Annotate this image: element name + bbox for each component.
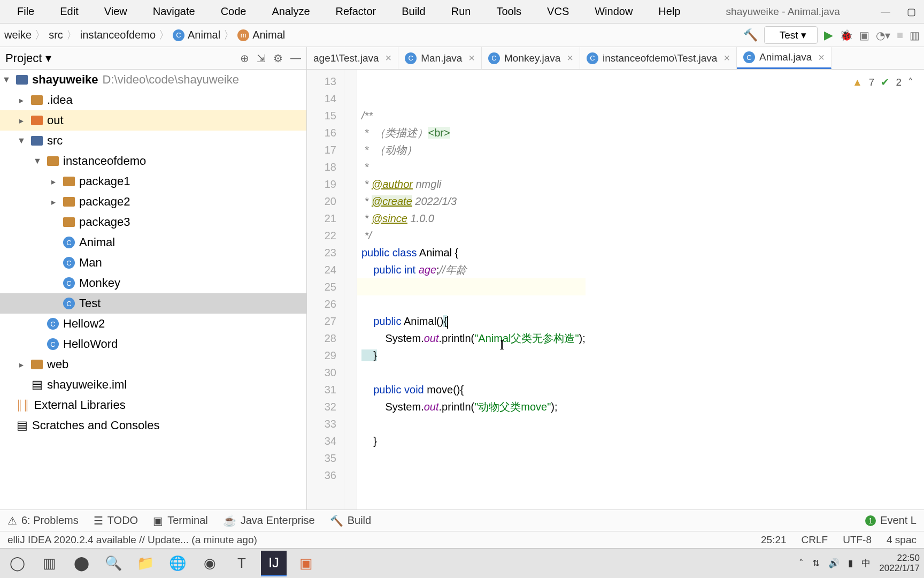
menu-analyze[interactable]: Analyze xyxy=(259,3,322,20)
menu-help[interactable]: Help xyxy=(645,3,693,20)
stop-button[interactable]: ■ xyxy=(897,29,903,41)
line-number[interactable]: 31 xyxy=(307,381,336,398)
menu-code[interactable]: Code xyxy=(208,3,259,20)
tab-monkey[interactable]: CMonkey.java× xyxy=(482,47,580,69)
start-button[interactable]: ◯ xyxy=(4,551,30,576)
breadcrumb-item[interactable]: instanceofdemo xyxy=(80,29,156,41)
indent-setting[interactable]: 4 spac xyxy=(887,534,917,546)
text-editor-icon[interactable]: T xyxy=(229,551,255,576)
line-number[interactable]: 30 xyxy=(307,364,336,381)
run-config-selector[interactable]: Test ▾ xyxy=(764,26,818,44)
magnifier-icon[interactable]: 🔍 xyxy=(101,551,126,576)
tree-node-idea[interactable]: ▸.idea xyxy=(0,90,306,110)
tree-node-test[interactable]: CTest xyxy=(0,293,306,314)
close-icon[interactable]: × xyxy=(466,52,475,64)
debug-button[interactable]: 🐞 xyxy=(840,29,853,42)
event-log-button[interactable]: Event L xyxy=(880,514,917,527)
tab-test2[interactable]: Cinstanceofdemo\Test.java× xyxy=(580,47,737,69)
tree-node-web[interactable]: ▸web xyxy=(0,354,306,375)
close-icon[interactable]: × xyxy=(816,51,825,64)
line-number[interactable]: 26 xyxy=(307,295,336,313)
project-structure-button[interactable]: ▥ xyxy=(910,29,920,42)
line-number[interactable]: 32 xyxy=(307,398,336,415)
tree-node-libs[interactable]: ║║External Libraries xyxy=(0,395,306,415)
line-number[interactable]: 13 xyxy=(307,73,336,90)
line-number[interactable]: 17 xyxy=(307,141,336,158)
menu-run[interactable]: Run xyxy=(438,3,484,20)
tree-node-package2[interactable]: ▸package2 xyxy=(0,192,306,212)
settings-icon[interactable]: ⚙ xyxy=(273,52,283,65)
menu-navigate[interactable]: Navigate xyxy=(140,3,208,20)
line-number[interactable]: 28 xyxy=(307,330,336,347)
problems-button[interactable]: ⚠6: Problems xyxy=(7,514,79,527)
todo-button[interactable]: ☰TODO xyxy=(94,514,138,527)
menu-file[interactable]: File xyxy=(4,3,47,20)
fold-column[interactable] xyxy=(344,70,357,509)
collapse-all-icon[interactable]: ⇲ xyxy=(257,52,266,65)
caret-position[interactable]: 25:21 xyxy=(761,534,787,546)
line-number[interactable]: 33 xyxy=(307,415,336,432)
task-view-button[interactable]: ▥ xyxy=(36,551,62,576)
menu-build[interactable]: Build xyxy=(389,3,438,20)
breadcrumb-item[interactable]: weike xyxy=(4,29,32,41)
tree-node-root[interactable]: ▼ shayuweike D:\video\code\shayuweike xyxy=(0,70,306,90)
java-ee-button[interactable]: ☕Java Enterprise xyxy=(223,514,315,527)
tree-node-package1[interactable]: ▸package1 xyxy=(0,171,306,192)
build-button[interactable]: 🔨 xyxy=(743,28,758,42)
network-icon[interactable]: ⇅ xyxy=(812,558,820,569)
menu-refactor[interactable]: Refactor xyxy=(323,3,389,20)
volume-icon[interactable]: 🔊 xyxy=(828,558,840,569)
menu-view[interactable]: View xyxy=(91,3,140,20)
project-title[interactable]: Project ▾ xyxy=(5,51,51,65)
line-number[interactable]: 24 xyxy=(307,261,336,278)
hide-icon[interactable]: — xyxy=(290,52,301,65)
tab-animal[interactable]: CAnimal.java× xyxy=(737,47,831,69)
project-tree[interactable]: ▼ shayuweike D:\video\code\shayuweike ▸.… xyxy=(0,70,306,509)
status-message[interactable]: elliJ IDEA 2020.2.4 available // Update.… xyxy=(7,534,257,546)
tree-node-src[interactable]: ▼src xyxy=(0,131,306,151)
tray-chevron-icon[interactable]: ˄ xyxy=(799,558,804,569)
tree-node-monkey[interactable]: CMonkey xyxy=(0,273,306,293)
tree-node-scratches[interactable]: ▤Scratches and Consoles xyxy=(0,415,306,436)
line-number[interactable]: 18 xyxy=(307,158,336,176)
breadcrumb-item[interactable]: src xyxy=(49,29,63,41)
line-number[interactable]: 21 xyxy=(307,210,336,227)
close-icon[interactable]: × xyxy=(565,52,573,64)
menu-window[interactable]: Window xyxy=(582,3,645,20)
menu-tools[interactable]: Tools xyxy=(483,3,534,20)
menu-edit[interactable]: Edit xyxy=(47,3,91,20)
close-icon[interactable]: × xyxy=(383,52,392,64)
build-button-bottom[interactable]: 🔨Build xyxy=(330,514,371,527)
line-number[interactable]: 36 xyxy=(307,467,336,484)
ime-indicator[interactable]: 中 xyxy=(861,557,871,569)
close-icon[interactable]: × xyxy=(721,52,730,64)
select-opened-file-icon[interactable]: ⊕ xyxy=(240,52,249,65)
line-number[interactable]: 15 xyxy=(307,107,336,124)
line-number[interactable]: 35 xyxy=(307,450,336,467)
tree-node-iml[interactable]: ▤shayuweike.iml xyxy=(0,375,306,395)
clock[interactable]: 22:50 2022/1/17 xyxy=(879,553,920,573)
chrome-icon[interactable]: ◉ xyxy=(197,551,222,576)
line-number[interactable]: 27 xyxy=(307,313,336,330)
line-number[interactable]: 20 xyxy=(307,193,336,210)
intellij-icon[interactable]: IJ xyxy=(261,551,287,576)
minimize-button[interactable]: — xyxy=(873,0,898,24)
menu-vcs[interactable]: VCS xyxy=(534,3,582,20)
breadcrumb-item[interactable]: mAnimal xyxy=(237,29,285,41)
line-number[interactable]: 16 xyxy=(307,124,336,141)
tree-node-helloword[interactable]: CHelloWord xyxy=(0,334,306,354)
code-content[interactable]: /** * （类描述）<br> * （动物） * * @author nmgli… xyxy=(357,70,586,509)
file-encoding[interactable]: UTF-8 xyxy=(843,534,872,546)
run-button[interactable]: ▶ xyxy=(824,28,833,42)
tree-node-package3[interactable]: package3 xyxy=(0,212,306,232)
battery-icon[interactable]: ▮ xyxy=(848,558,853,569)
browser-icon[interactable]: 🌐 xyxy=(165,551,190,576)
line-separator[interactable]: CRLF xyxy=(802,534,828,546)
app-icon[interactable]: ▣ xyxy=(293,551,319,576)
tree-node-out[interactable]: ▸out xyxy=(0,110,306,131)
tree-node-animal[interactable]: CAnimal xyxy=(0,232,306,253)
line-number[interactable]: 23 xyxy=(307,244,336,261)
terminal-button[interactable]: ▣Terminal xyxy=(153,514,208,527)
tree-node-man[interactable]: CMan xyxy=(0,253,306,273)
chevron-up-icon[interactable]: ˄ xyxy=(908,74,913,91)
